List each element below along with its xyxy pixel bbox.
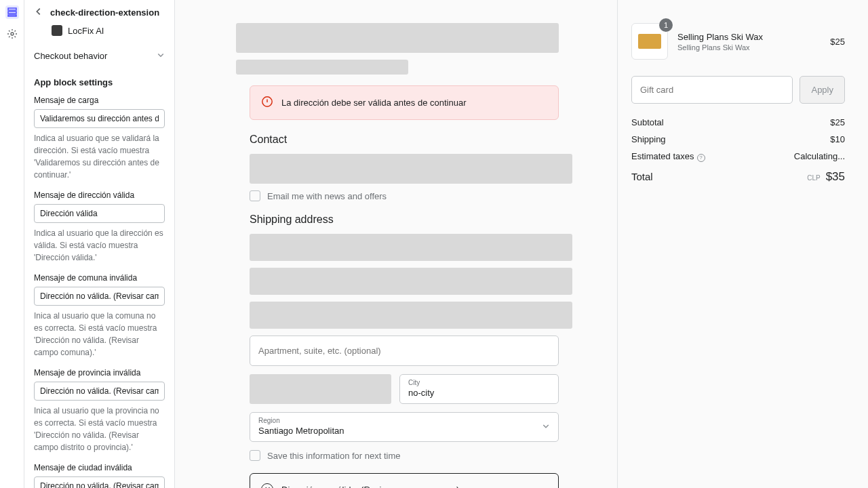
email-news-checkbox[interactable]	[250, 190, 260, 201]
settings-gear-icon[interactable]	[5, 27, 19, 41]
city-field[interactable]: City no-city	[399, 374, 559, 404]
field-help: Inica al usuario que la provincia no es …	[34, 405, 165, 453]
skeleton-block	[250, 374, 391, 404]
cart-thumbnail: 1	[631, 23, 668, 60]
contact-heading: Contact	[250, 134, 604, 146]
cart-item: 1 Selling Plans Ski Wax Selling Plans Sk…	[631, 23, 845, 60]
cart-item-name: Selling Plans Ski Wax	[677, 32, 821, 42]
ciudad-message-input[interactable]	[34, 476, 165, 488]
comuna-message-input[interactable]	[34, 287, 165, 306]
validation-text: Dirección no válida. (Revisar campo comu…	[281, 485, 459, 489]
error-banner: La dirección debe ser válida antes de co…	[250, 85, 559, 120]
loading-message-input[interactable]	[34, 109, 165, 128]
validation-message-box: ✕ Dirección no válida. (Revisar campo co…	[250, 473, 559, 488]
skeleton-block	[250, 268, 572, 295]
chevron-down-icon	[542, 422, 550, 432]
valid-message-input[interactable]	[34, 204, 165, 223]
settings-sidebar: check-direction-extension LocFix AI Chec…	[24, 0, 175, 488]
field-help: Indica al usuario que se validará la dir…	[34, 132, 165, 181]
subtotal-value: $25	[830, 117, 845, 127]
cart-item-price: $25	[830, 37, 845, 47]
svg-rect-1	[8, 12, 16, 14]
shipping-heading: Shipping address	[250, 214, 604, 226]
order-summary: 1 Selling Plans Ski Wax Selling Plans Sk…	[617, 0, 868, 488]
region-select[interactable]: Region Santiago Metropolitan	[250, 412, 559, 442]
checkout-preview: La dirección debe ser válida antes de co…	[175, 0, 617, 488]
field-label: Mensaje de comuna inválida	[34, 273, 165, 283]
save-info-checkbox[interactable]	[250, 450, 260, 461]
shipping-value: $10	[830, 134, 845, 144]
subtotal-label: Subtotal	[631, 117, 664, 127]
shipping-label: Shipping	[631, 134, 666, 144]
skeleton-block	[236, 23, 559, 53]
total-label: Total	[631, 171, 653, 182]
field-help: Indica al usuario que la dirección es vá…	[34, 227, 165, 264]
app-logo-icon	[52, 25, 62, 36]
app-row[interactable]: LocFix AI	[24, 22, 174, 44]
currency-code: CLP	[807, 174, 820, 182]
email-news-label: Email me with news and offers	[267, 191, 387, 201]
checkout-behavior-toggle[interactable]: Checkout behavior	[24, 44, 174, 68]
save-info-label: Save this information for next time	[267, 451, 401, 461]
sections-icon[interactable]	[5, 5, 19, 19]
taxes-label: Estimated taxes?	[631, 151, 705, 162]
svg-rect-2	[8, 15, 16, 16]
close-circle-icon: ✕	[261, 483, 273, 488]
total-value: $35	[826, 170, 845, 184]
back-arrow-icon[interactable]	[34, 7, 43, 18]
provincia-message-input[interactable]	[34, 382, 165, 401]
field-label: Mensaje de provincia inválida	[34, 368, 165, 378]
alert-circle-icon	[261, 96, 273, 110]
apartment-input[interactable]	[250, 336, 559, 366]
skeleton-block	[250, 302, 572, 329]
svg-rect-0	[8, 8, 16, 10]
skeleton-block	[236, 60, 408, 75]
chevron-down-icon	[157, 51, 165, 61]
app-block-settings-heading: App block settings	[24, 68, 174, 93]
skeleton-block	[250, 234, 572, 261]
field-label: Mensaje de carga	[34, 96, 165, 105]
svg-point-3	[11, 33, 14, 35]
skeleton-block	[250, 154, 572, 184]
sidebar-title: check-direction-extension	[50, 7, 159, 18]
cart-item-variant: Selling Plans Ski Wax	[677, 43, 821, 52]
field-help: Inica al usuario que la comuna no es cor…	[34, 310, 165, 359]
gift-card-input[interactable]	[631, 76, 793, 104]
taxes-value: Calculating...	[794, 151, 845, 162]
apply-button[interactable]: Apply	[800, 76, 845, 104]
field-label: Mensaje de dirección válida	[34, 190, 165, 200]
banner-text: La dirección debe ser válida antes de co…	[281, 98, 466, 108]
qty-badge: 1	[659, 18, 673, 32]
app-name: LocFix AI	[68, 26, 104, 36]
icon-rail	[0, 0, 24, 488]
info-icon[interactable]: ?	[697, 154, 705, 162]
field-label: Mensaje de ciudad inválida	[34, 463, 165, 472]
